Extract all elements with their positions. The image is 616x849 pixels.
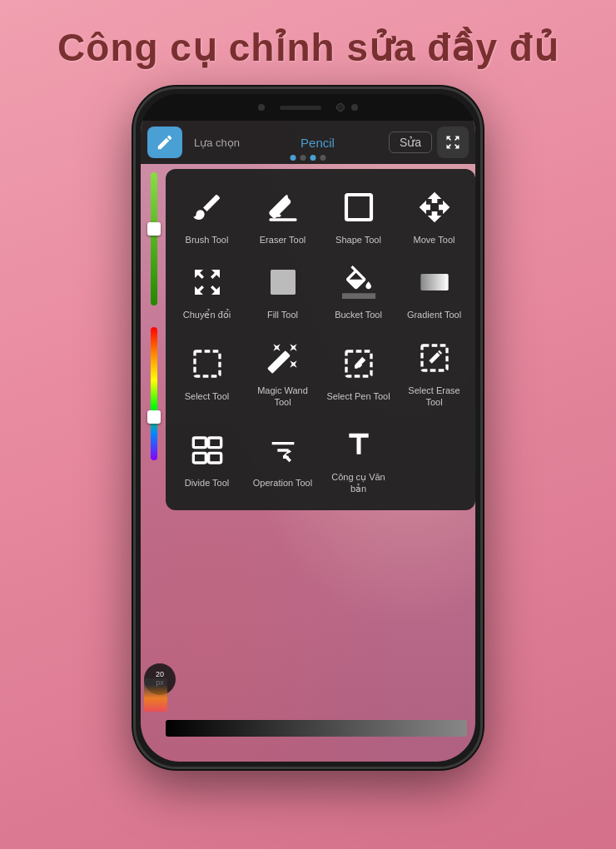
shape-icon-container — [337, 186, 380, 229]
select-pen-icon-container — [337, 342, 380, 385]
tool-item-select-erase[interactable]: Select Erase Tool — [396, 328, 472, 415]
expand-icon — [445, 134, 461, 151]
gradient-tool-label: Gradient Tool — [407, 309, 461, 320]
shape-icon — [342, 191, 375, 224]
expand-button[interactable] — [437, 127, 469, 158]
speaker — [280, 106, 321, 110]
tool-item-shape[interactable]: Shape Tool — [320, 177, 396, 252]
green-slider[interactable] — [151, 172, 157, 305]
select-erase-icon-container — [413, 336, 456, 380]
text-icon — [342, 428, 375, 461]
tool-item-text[interactable]: Công cụ Văn bản — [320, 415, 396, 502]
move-icon — [418, 191, 451, 224]
svg-rect-10 — [208, 454, 221, 464]
tool-item-select[interactable]: Select Tool — [169, 328, 245, 415]
transform-icon — [191, 266, 224, 299]
notch-dot — [258, 104, 265, 111]
fill-tool-label: Fill Tool — [267, 309, 298, 320]
svg-rect-9 — [193, 454, 206, 464]
brush-tool-label: Brush Tool — [186, 234, 229, 246]
fill-icon — [266, 266, 300, 299]
operation-tool-label: Operation Tool — [253, 477, 312, 489]
select-icon — [191, 347, 224, 380]
transform-tool-label: Chuyển đổi — [183, 309, 231, 320]
move-icon-container — [413, 186, 456, 229]
move-tool-label: Move Tool — [414, 234, 455, 246]
tool-item-fill[interactable]: Fill Tool — [245, 252, 320, 327]
bucket-tool-label: Bucket Tool — [335, 309, 382, 320]
divide-tool-label: Divide Tool — [185, 477, 230, 489]
empty-cell — [396, 415, 472, 502]
svg-rect-7 — [193, 438, 206, 448]
select-tool-label: Select Tool — [185, 390, 230, 402]
tool-item-select-pen[interactable]: Select Pen Tool — [320, 328, 396, 415]
tool-item-eraser[interactable]: Eraser Tool — [245, 177, 320, 252]
operation-icon — [266, 434, 300, 467]
pencil-icon — [156, 133, 174, 151]
tool-item-move[interactable]: Move Tool — [396, 177, 472, 252]
toolbar: Lựa chọn Pencil Sửa — [141, 121, 475, 164]
select-erase-icon — [418, 341, 451, 375]
page-title: Công cụ chỉnh sửa đầy đủ — [57, 25, 559, 70]
brush-icon-container — [186, 186, 229, 229]
sua-button[interactable]: Sửa — [389, 132, 432, 153]
phone-screen: Lựa chọn Pencil Sửa — [141, 121, 475, 762]
svg-rect-3 — [420, 274, 448, 290]
tool-item-magic-wand[interactable]: Magic Wand Tool — [245, 328, 320, 415]
divide-icon — [191, 434, 224, 467]
divide-icon-container — [186, 429, 229, 472]
dot-4 — [320, 155, 326, 161]
brush-icon — [191, 191, 224, 224]
bucket-icon — [342, 266, 375, 299]
text-tool-label: Công cụ Văn bản — [324, 471, 393, 495]
tool-menu-panel: Brush Tool Eraser Tool — [166, 169, 475, 510]
select-pen-tool-label: Select Pen Tool — [326, 390, 390, 402]
select-pen-icon — [342, 347, 375, 380]
tool-item-gradient[interactable]: Gradient Tool — [396, 252, 472, 327]
dot-2 — [301, 155, 306, 161]
tool-item-bucket[interactable]: Bucket Tool — [320, 252, 396, 327]
color-slider[interactable] — [151, 327, 157, 460]
select-icon-container — [186, 342, 229, 385]
select-erase-tool-label: Select Erase Tool — [400, 385, 469, 409]
dot-3 — [310, 155, 316, 161]
tool-item-brush[interactable]: Brush Tool — [169, 177, 245, 252]
left-sidebar — [141, 164, 167, 762]
notch-dot2 — [351, 104, 358, 111]
magic-wand-icon-container — [261, 336, 305, 380]
magic-wand-icon — [266, 341, 300, 375]
tool-grid: Brush Tool Eraser Tool — [169, 177, 472, 502]
gradient-icon — [418, 266, 451, 299]
phone-notch-bar — [141, 94, 475, 121]
gradient-icon-container — [413, 261, 456, 304]
tool-item-divide[interactable]: Divide Tool — [169, 415, 245, 502]
bucket-icon-container — [337, 261, 380, 304]
text-icon-container — [337, 423, 380, 466]
magic-wand-tool-label: Magic Wand Tool — [248, 385, 317, 409]
svg-rect-8 — [208, 438, 221, 448]
pencil-label: Pencil — [251, 136, 384, 150]
svg-rect-1 — [346, 195, 371, 220]
pencil-tool-btn[interactable] — [147, 127, 182, 158]
camera-dot — [336, 103, 345, 112]
eraser-icon-container — [261, 186, 305, 229]
svg-rect-2 — [271, 270, 296, 295]
green-slider-handle[interactable] — [147, 222, 161, 236]
color-slider-handle[interactable] — [147, 410, 161, 424]
operation-icon-container — [261, 429, 305, 472]
fill-icon-container — [261, 261, 305, 304]
toolbar-dots — [291, 155, 326, 161]
opacity-bar — [166, 720, 467, 737]
lua-chon-label: Lựa chọn — [187, 137, 246, 149]
tool-item-operation[interactable]: Operation Tool — [245, 415, 320, 502]
dot-1 — [291, 155, 296, 161]
phone-wrapper: Lựa chọn Pencil Sửa — [133, 87, 483, 769]
phone-frame: Lựa chọn Pencil Sửa — [133, 87, 483, 769]
transform-icon-container — [186, 261, 229, 304]
eraser-icon — [266, 191, 300, 224]
tool-item-transform[interactable]: Chuyển đổi — [169, 252, 245, 327]
svg-rect-0 — [269, 218, 296, 221]
eraser-tool-label: Eraser Tool — [260, 234, 306, 246]
svg-rect-4 — [195, 351, 220, 376]
shape-tool-label: Shape Tool — [335, 234, 381, 246]
